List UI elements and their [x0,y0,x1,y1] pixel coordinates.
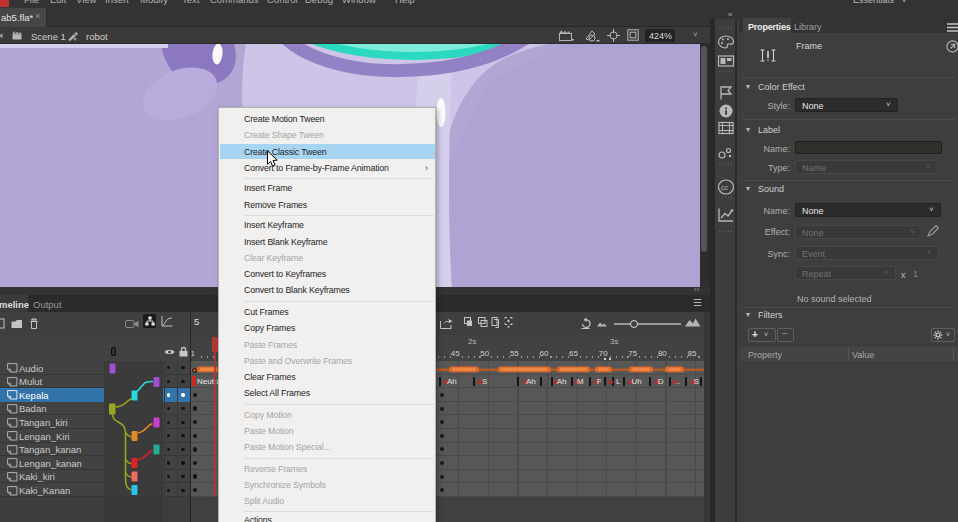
svg-text:cc: cc [721,184,729,191]
